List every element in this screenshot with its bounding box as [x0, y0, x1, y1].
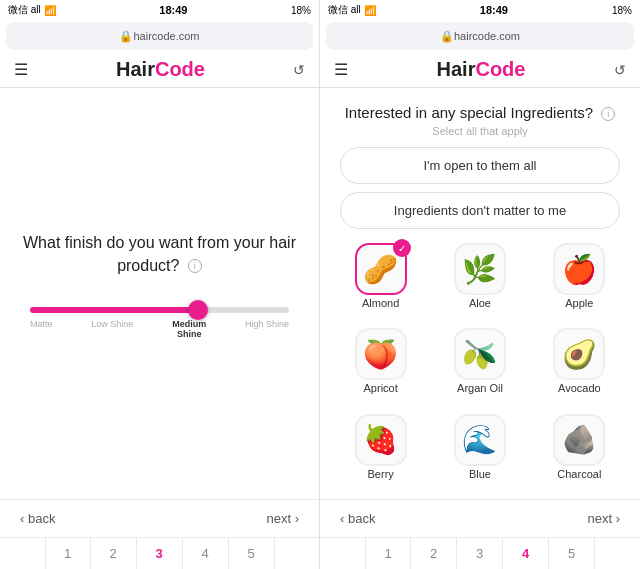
argan-oil-icon: 🫒: [454, 328, 506, 380]
almond-icon: 🥜 ✓: [355, 243, 407, 295]
right-battery: 18%: [612, 5, 632, 16]
right-bottom-nav: ‹ back next ›: [320, 499, 640, 537]
ingredient-apricot[interactable]: 🍑 Apricot: [334, 328, 427, 407]
left-page-4[interactable]: 4: [183, 538, 229, 569]
ingredient-apple[interactable]: 🍎 Apple: [533, 243, 626, 322]
right-refresh-icon[interactable]: ↺: [614, 62, 626, 78]
right-lock-icon: 🔒: [440, 30, 454, 43]
right-wifi-icon: 📶: [364, 5, 376, 16]
apricot-label: Apricot: [364, 382, 398, 394]
aloe-label: Aloe: [469, 297, 491, 309]
argan-oil-label: Argan Oil: [457, 382, 503, 394]
left-nav-bar: ☰ HairCode ↺: [0, 52, 319, 88]
slider-track: [30, 307, 289, 313]
right-hint: Select all that apply: [320, 125, 640, 137]
left-page-3[interactable]: 3: [137, 538, 183, 569]
charcoal-label: Charcoal: [557, 468, 601, 480]
left-info-icon[interactable]: i: [188, 259, 202, 273]
right-info-icon[interactable]: i: [601, 107, 615, 121]
left-brand-logo: HairCode: [116, 58, 205, 81]
slider-label-high: High Shine: [245, 319, 289, 329]
blue-icon: 🌊: [454, 414, 506, 466]
left-main-content: What finish do you want from your hair p…: [0, 88, 319, 499]
left-bottom-nav: ‹ back next ›: [0, 499, 319, 537]
left-pagination: 1 2 3 4 5: [0, 537, 319, 569]
left-phone-panel: 微信 all 📶 18:49 18% 🔒 haircode.com ☰ Hair…: [0, 0, 320, 569]
right-url-text: haircode.com: [454, 30, 520, 42]
charcoal-icon: 🪨: [553, 414, 605, 466]
left-page-2[interactable]: 2: [91, 538, 137, 569]
left-battery: 18%: [291, 5, 311, 16]
left-status-bar: 微信 all 📶 18:49 18%: [0, 0, 319, 20]
right-menu-icon[interactable]: ☰: [334, 60, 348, 79]
left-url-bar[interactable]: 🔒 haircode.com: [6, 22, 313, 50]
avocado-icon: 🥑: [553, 328, 605, 380]
apple-label: Apple: [565, 297, 593, 309]
open-to-all-button[interactable]: I'm open to them all: [340, 147, 620, 184]
right-pagination: 1 2 3 4 5: [320, 537, 640, 569]
right-back-button[interactable]: ‹ back: [340, 511, 375, 526]
ingredient-avocado[interactable]: 🥑 Avocado: [533, 328, 626, 407]
almond-check: ✓: [393, 239, 411, 257]
right-page-5[interactable]: 5: [549, 538, 595, 569]
right-status-bar: 微信 all 📶 18:49 18%: [320, 0, 640, 20]
right-page-3[interactable]: 3: [457, 538, 503, 569]
slider-label-low: Low Shine: [91, 319, 133, 329]
ingredient-aloe[interactable]: 🌿 Aloe: [433, 243, 526, 322]
blue-label: Blue: [469, 468, 491, 480]
right-page-2[interactable]: 2: [411, 538, 457, 569]
slider-labels: Matte Low Shine MediumShine High Shine: [30, 319, 289, 339]
left-wifi-icon: 📶: [44, 5, 56, 16]
right-page-1[interactable]: 1: [365, 538, 411, 569]
left-url-text: haircode.com: [133, 30, 199, 42]
right-status-left: 微信 all 📶: [328, 3, 376, 17]
slider-label-matte: Matte: [30, 319, 53, 329]
right-status-right: 18%: [612, 5, 632, 16]
ingredient-berry[interactable]: 🍓 Berry: [334, 414, 427, 493]
right-time: 18:49: [480, 4, 508, 16]
ingredient-almond[interactable]: 🥜 ✓ Almond: [334, 243, 427, 322]
avocado-label: Avocado: [558, 382, 601, 394]
left-status-right: 18%: [291, 5, 311, 16]
slider-thumb[interactable]: [188, 300, 208, 320]
apple-icon: 🍎: [553, 243, 605, 295]
left-page-1[interactable]: 1: [45, 538, 91, 569]
ingredients-grid: 🥜 ✓ Almond 🌿 Aloe 🍎 Apple 🍑 Apricot 🫒 Ar…: [320, 237, 640, 499]
almond-label: Almond: [362, 297, 399, 309]
left-page-5[interactable]: 5: [229, 538, 275, 569]
left-question-title: What finish do you want from your hair p…: [20, 232, 299, 277]
right-nav-bar: ☰ HairCode ↺: [320, 52, 640, 88]
berry-icon: 🍓: [355, 414, 407, 466]
left-menu-icon[interactable]: ☰: [14, 60, 28, 79]
left-time: 18:49: [159, 4, 187, 16]
right-url-bar[interactable]: 🔒 haircode.com: [326, 22, 634, 50]
right-page-4[interactable]: 4: [503, 538, 549, 569]
left-next-button[interactable]: next ›: [266, 511, 299, 526]
berry-label: Berry: [368, 468, 394, 480]
ignore-ingredients-button[interactable]: Ingredients don't matter to me: [340, 192, 620, 229]
apricot-icon: 🍑: [355, 328, 407, 380]
left-carrier: 微信 all: [8, 3, 41, 17]
left-status-left: 微信 all 📶: [8, 3, 56, 17]
ingredient-argan-oil[interactable]: 🫒 Argan Oil: [433, 328, 526, 407]
slider-label-medium: MediumShine: [172, 319, 206, 339]
right-brand-logo: HairCode: [437, 58, 526, 81]
right-phone-panel: 微信 all 📶 18:49 18% 🔒 haircode.com ☰ Hair…: [320, 0, 640, 569]
left-back-button[interactable]: ‹ back: [20, 511, 55, 526]
ingredient-charcoal[interactable]: 🪨 Charcoal: [533, 414, 626, 493]
slider-container: Matte Low Shine MediumShine High Shine: [20, 307, 299, 339]
right-title: Interested in any special Ingredients? i: [320, 102, 640, 123]
left-lock-icon: 🔒: [119, 30, 133, 43]
ingredient-blue[interactable]: 🌊 Blue: [433, 414, 526, 493]
right-carrier: 微信 all: [328, 3, 361, 17]
aloe-icon: 🌿: [454, 243, 506, 295]
right-next-button[interactable]: next ›: [587, 511, 620, 526]
left-refresh-icon[interactable]: ↺: [293, 62, 305, 78]
